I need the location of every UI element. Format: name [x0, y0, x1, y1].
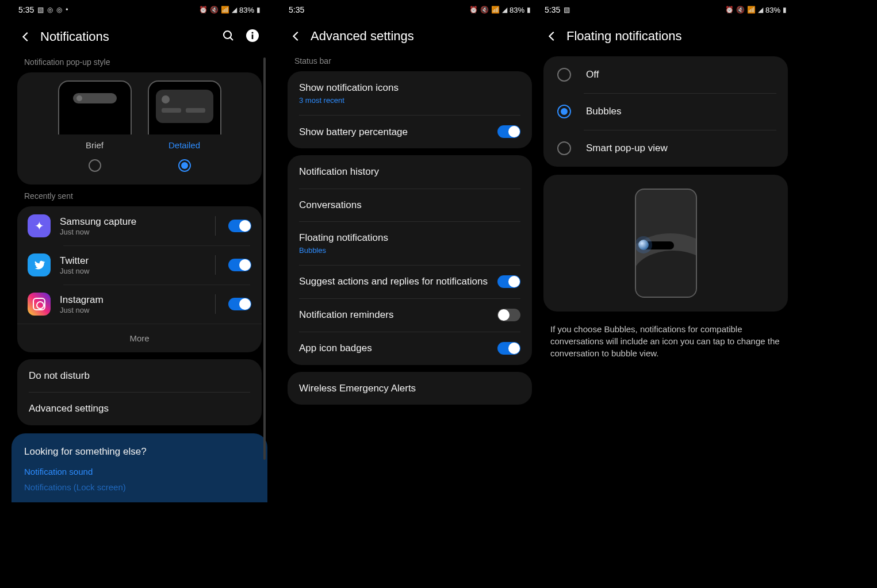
phone-preview	[635, 189, 697, 298]
alarm-icon: ⏰	[725, 6, 734, 14]
statusbar-card: Show notification icons 3 most recent Sh…	[288, 71, 532, 148]
status-bar: 5:35 ▧ ◎ ◎ • ⏰ 🔇 📶 ◢ 83% ▮	[12, 0, 267, 20]
advanced-label: Advanced settings	[29, 402, 250, 414]
row-show-notification-icons[interactable]: Show notification icons 3 most recent	[288, 71, 532, 115]
divider	[215, 255, 216, 275]
mute-icon: 🔇	[480, 6, 489, 14]
screen-advanced-settings: 5:35 ⏰ 🔇 📶 ◢ 83% ▮ Advanced settings Sta…	[282, 0, 538, 588]
app-name: Twitter	[60, 255, 206, 267]
popup-option-detailed[interactable]: Detailed	[148, 80, 221, 180]
picture-icon: ▧	[564, 6, 570, 14]
screen-notifications: 5:35 ▧ ◎ ◎ • ⏰ 🔇 📶 ◢ 83% ▮ Notifications	[12, 0, 267, 588]
section-label-statusbar: Status bar	[282, 56, 538, 71]
row-do-not-disturb[interactable]: Do not disturb	[17, 359, 262, 392]
wifi-icon: 📶	[491, 6, 500, 14]
svg-rect-2	[252, 34, 254, 39]
detailed-preview	[148, 80, 221, 134]
app-row-twitter[interactable]: Twitter Just now	[17, 245, 262, 285]
toggle-battery-percentage[interactable]	[497, 125, 520, 138]
signal-icon: ◢	[232, 6, 237, 14]
bubbles-preview	[543, 175, 788, 312]
alarm-icon: ⏰	[199, 6, 208, 14]
link-lock-screen-notifications[interactable]: Notifications (Lock screen)	[24, 482, 255, 492]
row-title: Show notification icons	[299, 82, 520, 94]
battery-percent: 83%	[239, 6, 254, 14]
battery-percent: 83%	[510, 6, 524, 14]
option-label: Smart pop-up view	[586, 143, 668, 154]
svg-point-0	[224, 31, 231, 39]
instagram-icon: ◎	[56, 6, 62, 14]
row-notification-reminders[interactable]: Notification reminders	[288, 298, 532, 332]
bubble-icon	[638, 240, 649, 250]
section-label-recent: Recently sent	[12, 191, 267, 206]
option-smart-popup[interactable]: Smart pop-up view	[543, 130, 788, 167]
info-icon[interactable]	[246, 29, 259, 45]
app-row-instagram[interactable]: Instagram Just now	[17, 285, 262, 324]
section-label-popup: Notification pop-up style	[12, 57, 267, 72]
status-bar: 5:35 ⏰ 🔇 📶 ◢ 83% ▮	[282, 0, 538, 20]
row-title: Notification history	[299, 166, 520, 178]
brief-preview	[58, 80, 132, 134]
search-icon[interactable]	[221, 29, 235, 45]
divider	[215, 216, 216, 236]
row-app-icon-badges[interactable]: App icon badges	[288, 332, 532, 365]
back-icon[interactable]	[290, 30, 302, 43]
radio-off[interactable]	[557, 68, 571, 82]
toggle-reminders[interactable]	[497, 309, 520, 321]
header: Floating notifications	[538, 20, 794, 56]
radio-bubbles[interactable]	[557, 105, 571, 118]
radio-smart[interactable]	[557, 141, 571, 155]
recent-apps-card: ✦ Samsung capture Just now Twitter Just …	[17, 206, 262, 352]
back-icon[interactable]	[20, 30, 32, 43]
notifications-card: Notification history Conversations Float…	[288, 155, 532, 365]
wea-card: Wireless Emergency Alerts	[288, 372, 532, 405]
wifi-icon: 📶	[747, 6, 756, 14]
more-icon: •	[66, 6, 68, 14]
row-sub: 3 most recent	[299, 96, 520, 105]
page-title: Notifications	[40, 29, 109, 44]
toggle-samsung-capture[interactable]	[228, 220, 251, 232]
page-title: Advanced settings	[311, 29, 414, 44]
radio-brief[interactable]	[89, 159, 101, 172]
radio-detailed[interactable]	[178, 159, 191, 172]
option-off[interactable]: Off	[543, 56, 788, 93]
toggle-badges[interactable]	[497, 342, 520, 355]
battery-icon: ▮	[256, 6, 261, 14]
battery-percent: 83%	[765, 6, 780, 14]
row-advanced-settings[interactable]: Advanced settings	[17, 392, 262, 425]
app-name: Instagram	[60, 294, 206, 306]
alarm-icon: ⏰	[469, 6, 478, 14]
brief-label: Brief	[86, 140, 104, 150]
row-conversations[interactable]: Conversations	[288, 189, 532, 221]
samsung-capture-icon: ✦	[28, 214, 51, 237]
row-sub: Bubbles	[299, 246, 520, 255]
back-icon[interactable]	[546, 30, 558, 43]
row-wireless-emergency-alerts[interactable]: Wireless Emergency Alerts	[288, 372, 532, 405]
screen-floating-notifications: 5:35 ▧ ⏰ 🔇 📶 ◢ 83% ▮ Floating notificati…	[538, 0, 794, 588]
more-button[interactable]: More	[17, 324, 262, 352]
link-notification-sound[interactable]: Notification sound	[24, 467, 255, 476]
status-time: 5:35	[18, 5, 34, 14]
toggle-suggest-actions[interactable]	[497, 275, 520, 288]
option-label: Off	[586, 69, 599, 80]
row-suggest-actions[interactable]: Suggest actions and replies for notifica…	[288, 265, 532, 298]
popup-option-brief[interactable]: Brief	[58, 80, 132, 180]
dnd-label: Do not disturb	[29, 370, 250, 382]
status-bar: 5:35 ▧ ⏰ 🔇 📶 ◢ 83% ▮	[538, 0, 794, 20]
row-floating-notifications[interactable]: Floating notifications Bubbles	[288, 221, 532, 265]
toggle-instagram[interactable]	[228, 298, 251, 310]
twitter-icon	[28, 253, 51, 276]
header: Advanced settings	[282, 20, 538, 56]
option-bubbles[interactable]: Bubbles	[543, 93, 788, 130]
floating-options-card: Off Bubbles Smart pop-up view	[543, 56, 788, 167]
settings-card: Do not disturb Advanced settings	[17, 359, 262, 425]
toggle-twitter[interactable]	[228, 259, 251, 271]
option-label: Bubbles	[586, 106, 621, 117]
scrollbar[interactable]	[263, 57, 266, 460]
row-show-battery-percentage[interactable]: Show battery percentage	[288, 115, 532, 148]
row-notification-history[interactable]: Notification history	[288, 155, 532, 188]
app-time: Just now	[60, 306, 206, 314]
row-title: Show battery percentage	[299, 126, 497, 138]
svg-point-3	[251, 32, 253, 33]
app-row-samsung-capture[interactable]: ✦ Samsung capture Just now	[17, 206, 262, 245]
